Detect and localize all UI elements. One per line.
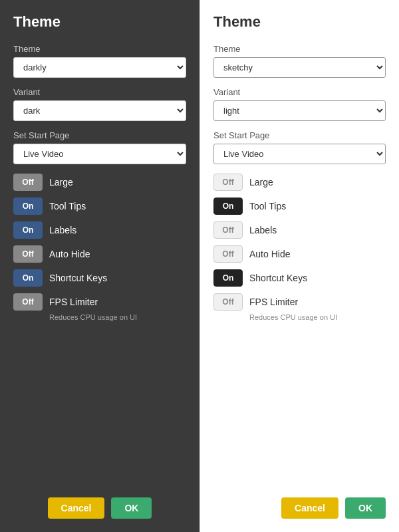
right-startpage-select[interactable]: Live Video Cameras Events Settings — [213, 144, 386, 164]
right-variant-select[interactable]: dark light default — [213, 100, 386, 121]
right-variant-label: Variant — [213, 87, 386, 97]
right-theme-select[interactable]: darkly sketchy default — [213, 57, 386, 78]
left-panel: Theme Theme darkly sketchy default Varia… — [0, 0, 200, 532]
left-fps-note: Reduces CPU usage on UI — [49, 313, 186, 321]
right-theme-label: Theme — [213, 44, 386, 54]
right-toggle-large: Off Large — [213, 174, 386, 191]
right-toggle-large-btn[interactable]: Off — [213, 174, 243, 191]
left-toggle-tooltips: On Tool Tips — [13, 198, 186, 215]
right-toggle-autohide-label: Auto Hide — [249, 249, 290, 259]
right-ok-button[interactable]: OK — [345, 497, 386, 519]
left-panel-title: Theme — [13, 13, 186, 31]
right-toggle-fps-label: FPS Limiter — [249, 297, 298, 307]
left-toggle-large: Off Large — [13, 174, 186, 191]
right-toggle-tooltips-btn[interactable]: On — [213, 198, 243, 215]
left-toggle-fps-btn[interactable]: Off — [13, 293, 43, 311]
left-toggle-tooltips-label: Tool Tips — [49, 201, 86, 211]
right-toggle-fps-btn[interactable]: Off — [213, 293, 243, 311]
right-startpage-label: Set Start Page — [213, 130, 386, 140]
left-toggle-labels-btn[interactable]: On — [13, 221, 43, 239]
right-toggle-shortcut-btn[interactable]: On — [213, 269, 243, 287]
left-bottom-buttons: Cancel OK — [13, 497, 186, 519]
left-toggle-autohide: Off Auto Hide — [13, 245, 186, 263]
right-toggle-labels-btn[interactable]: Off — [213, 221, 243, 239]
left-toggle-fps-label: FPS Limiter — [49, 297, 98, 307]
left-toggle-large-btn[interactable]: Off — [13, 174, 43, 191]
left-toggle-tooltips-btn[interactable]: On — [13, 198, 43, 215]
left-toggle-large-label: Large — [49, 177, 73, 188]
left-toggle-autohide-btn[interactable]: Off — [13, 245, 43, 263]
left-toggle-shortcut-btn[interactable]: On — [13, 269, 43, 287]
left-toggle-labels-label: Labels — [49, 225, 76, 235]
left-startpage-select[interactable]: Live Video Cameras Events Settings — [13, 144, 186, 164]
left-startpage-label: Set Start Page — [13, 130, 186, 140]
right-toggle-tooltips: On Tool Tips — [213, 198, 386, 215]
right-toggle-shortcut-label: Shortcut Keys — [249, 273, 307, 283]
right-toggle-shortcut: On Shortcut Keys — [213, 269, 386, 287]
right-cancel-button[interactable]: Cancel — [281, 497, 338, 519]
right-toggle-autohide-btn[interactable]: Off — [213, 245, 243, 263]
left-toggle-shortcut: On Shortcut Keys — [13, 269, 186, 287]
left-ok-button[interactable]: OK — [111, 497, 152, 519]
left-toggle-autohide-label: Auto Hide — [49, 249, 90, 259]
right-panel: Theme Theme darkly sketchy default Varia… — [200, 0, 399, 532]
left-variant-label: Variant — [13, 87, 186, 97]
left-theme-select[interactable]: darkly sketchy default — [13, 57, 186, 78]
left-variant-select[interactable]: dark light default — [13, 100, 186, 121]
left-toggle-labels: On Labels — [13, 221, 186, 239]
right-panel-title: Theme — [213, 13, 386, 31]
left-theme-label: Theme — [13, 44, 186, 54]
right-toggle-fps: Off FPS Limiter — [213, 293, 386, 311]
right-toggle-large-label: Large — [249, 177, 273, 188]
left-toggle-fps: Off FPS Limiter — [13, 293, 186, 311]
right-toggle-autohide: Off Auto Hide — [213, 245, 386, 263]
right-bottom-buttons: Cancel OK — [213, 497, 386, 519]
left-toggle-shortcut-label: Shortcut Keys — [49, 273, 107, 283]
right-toggle-labels-label: Labels — [249, 225, 277, 235]
right-toggle-labels: Off Labels — [213, 221, 386, 239]
left-cancel-button[interactable]: Cancel — [48, 497, 105, 519]
right-fps-note: Reduces CPU usage on UI — [249, 313, 386, 321]
right-toggle-tooltips-label: Tool Tips — [249, 201, 286, 211]
